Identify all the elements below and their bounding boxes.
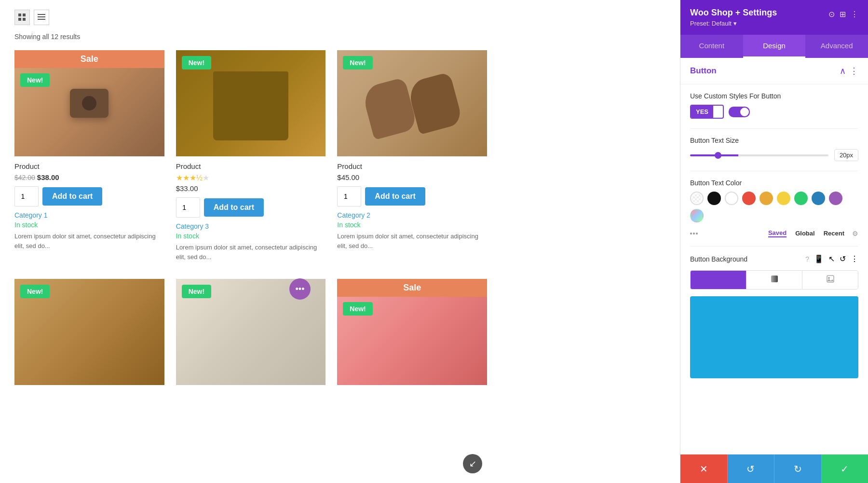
panel-header: Woo Shop + Settings Preset: Default ▾ ⊙ … xyxy=(680,0,868,35)
list-view-toggle[interactable] xyxy=(34,10,49,25)
text-size-label: Button Text Size xyxy=(690,137,858,144)
product-image: New! xyxy=(14,279,164,385)
product-image: Sale New! xyxy=(14,50,164,156)
color-white[interactable] xyxy=(725,192,738,205)
color-tabs-row: Saved Global Recent ⚙ xyxy=(690,227,858,239)
more-icon[interactable]: ⋮ xyxy=(851,254,858,263)
custom-styles-label: Use Custom Styles For Button xyxy=(690,92,858,100)
toggle-slider[interactable] xyxy=(729,107,750,117)
toggle-container: YES xyxy=(690,105,858,119)
color-green[interactable] xyxy=(794,192,808,205)
color-black[interactable] xyxy=(707,192,721,205)
section-header: Button ∧ ⋮ xyxy=(680,58,868,84)
category-link[interactable]: Category 3 xyxy=(176,222,326,230)
color-tab-global[interactable]: Global xyxy=(795,230,814,237)
tab-design[interactable]: Design xyxy=(743,35,806,58)
stock-status: In stock xyxy=(337,221,487,229)
text-size-slider[interactable] xyxy=(690,154,828,156)
new-badge: New! xyxy=(182,285,211,298)
color-tab-recent[interactable]: Recent xyxy=(824,230,844,237)
reset-icon[interactable]: ↺ xyxy=(840,254,846,263)
view-toggles xyxy=(14,10,665,25)
color-settings-icon[interactable]: ⚙ xyxy=(852,230,858,237)
help-icon[interactable]: ? xyxy=(805,255,809,263)
color-orange[interactable] xyxy=(760,192,773,205)
product-info: Product $42.00$38.00 Add to cart Categor… xyxy=(14,156,164,256)
bg-color-preview[interactable] xyxy=(690,296,858,378)
section-body: Use Custom Styles For Button YES Button … xyxy=(680,84,868,391)
product-info: Product ★★★½★ $33.00 Add to cart Categor… xyxy=(176,156,326,267)
bg-type-tabs xyxy=(690,270,858,290)
toggle-yes: YES xyxy=(691,106,713,118)
new-badge: New! xyxy=(20,285,50,298)
add-to-cart-button[interactable]: Add to cart xyxy=(42,187,102,206)
stock-status: In stock xyxy=(176,232,326,240)
panel-title: Woo Shop + Settings xyxy=(690,8,777,18)
sale-banner: Sale xyxy=(337,279,487,297)
collapse-icon[interactable]: ∧ xyxy=(840,66,846,76)
product-price: $45.00 xyxy=(337,173,487,181)
product-card: New! Product ★★★½★ $33.00 Add to cart Ca… xyxy=(176,50,326,267)
grid-view-toggle[interactable] xyxy=(14,10,30,25)
product-description: Lorem ipsum dolor sit amet, consectetur … xyxy=(337,232,487,250)
new-badge: New! xyxy=(20,73,50,87)
tab-content[interactable]: Content xyxy=(680,35,743,58)
cursor-icon[interactable]: ↖ xyxy=(828,254,835,263)
target-icon[interactable]: ⊙ xyxy=(828,10,835,19)
product-image: New! xyxy=(176,50,326,156)
category-link[interactable]: Category 1 xyxy=(14,211,164,219)
bg-type-gradient[interactable] xyxy=(746,271,802,289)
quantity-input[interactable] xyxy=(337,186,361,207)
product-name: Product xyxy=(176,162,326,170)
text-size-value[interactable]: 20px xyxy=(834,149,858,161)
redo-button[interactable]: ↻ xyxy=(774,455,822,483)
add-to-cart-button[interactable]: Add to cart xyxy=(204,198,264,217)
section-header-actions: ∧ ⋮ xyxy=(840,66,858,76)
navigate-arrow[interactable]: ↙ xyxy=(463,454,482,473)
color-yellow[interactable] xyxy=(777,192,790,205)
text-size-slider-row: 20px xyxy=(690,149,858,161)
color-tab-saved[interactable]: Saved xyxy=(768,229,787,237)
product-name: Product xyxy=(337,162,487,170)
svg-rect-1 xyxy=(23,14,26,16)
product-card: New! Product $45.00 Add to cart Category… xyxy=(337,50,487,267)
svg-rect-3 xyxy=(23,18,26,21)
product-price: $33.00 xyxy=(176,184,326,193)
undo-button[interactable]: ↺ xyxy=(728,455,775,483)
bg-type-color[interactable] xyxy=(691,271,746,289)
bg-type-image[interactable] xyxy=(802,271,858,289)
svg-rect-6 xyxy=(38,19,45,20)
color-blue[interactable] xyxy=(812,192,825,205)
section-more-icon[interactable]: ⋮ xyxy=(850,66,858,76)
new-badge: New! xyxy=(343,302,372,316)
color-red[interactable] xyxy=(742,192,756,205)
product-rating: ★★★½★ xyxy=(176,173,326,182)
columns-icon[interactable]: ⊞ xyxy=(840,10,846,19)
text-color-label: Button Text Color xyxy=(690,179,858,187)
panel-header-actions: ⊙ ⊞ ⋮ xyxy=(828,10,858,19)
tab-advanced[interactable]: Advanced xyxy=(805,35,868,58)
color-transparent[interactable] xyxy=(690,192,704,205)
svg-rect-5 xyxy=(38,16,45,17)
mobile-icon[interactable]: 📱 xyxy=(814,254,824,263)
product-name: Product xyxy=(14,162,164,170)
panel-tabs: Content Design Advanced xyxy=(680,35,868,58)
quantity-input[interactable] xyxy=(176,197,200,218)
three-dots-overlay-button[interactable]: ••• xyxy=(289,278,311,300)
color-purple[interactable] xyxy=(829,192,842,205)
new-badge: New! xyxy=(343,56,372,69)
quantity-input[interactable] xyxy=(14,186,39,207)
category-link[interactable]: Category 2 xyxy=(337,211,487,219)
add-to-cart-row: Add to cart xyxy=(176,197,326,218)
more-options-icon[interactable]: ⋮ xyxy=(851,10,858,19)
svg-rect-8 xyxy=(771,276,778,282)
confirm-button[interactable]: ✓ xyxy=(822,455,868,483)
panel-preset[interactable]: Preset: Default ▾ xyxy=(690,20,777,27)
add-to-cart-row: Add to cart xyxy=(14,186,164,207)
toggle-yes-no[interactable]: YES xyxy=(690,105,724,119)
add-to-cart-button[interactable]: Add to cart xyxy=(365,187,425,206)
color-more-dots[interactable] xyxy=(690,233,698,235)
settings-panel: Woo Shop + Settings Preset: Default ▾ ⊙ … xyxy=(680,0,868,483)
cancel-button[interactable]: ✕ xyxy=(680,455,728,483)
color-custom-edit[interactable] xyxy=(690,209,704,222)
